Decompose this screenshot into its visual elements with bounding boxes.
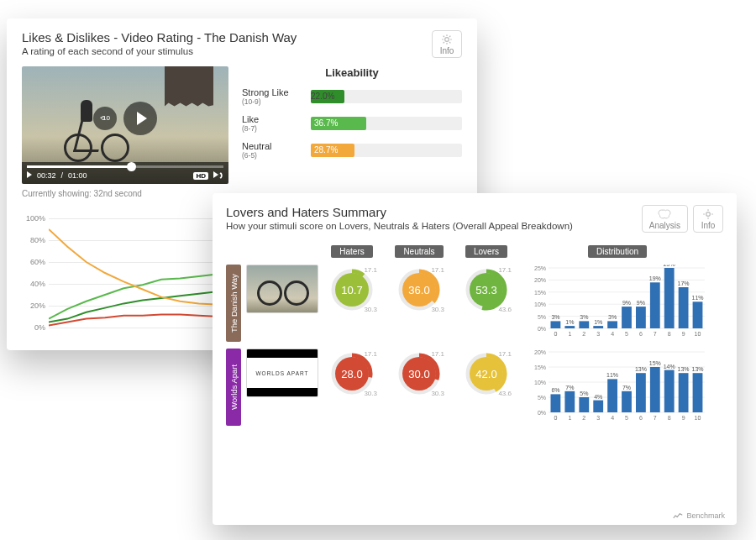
header-distribution: Distribution — [588, 245, 647, 258]
donut-ref-top: 17.1 — [364, 266, 377, 274]
volume-icon[interactable] — [213, 171, 223, 180]
neutrals-cell: 30.017.130.3 — [386, 349, 453, 399]
analysis-button[interactable]: Analysis — [642, 205, 688, 233]
svg-text:0%: 0% — [538, 326, 546, 332]
svg-text:15%: 15% — [649, 360, 661, 366]
svg-text:6: 6 — [639, 415, 643, 421]
video-progress[interactable] — [27, 165, 223, 168]
likeability-bar: 28.7% — [311, 144, 462, 157]
svg-text:9%: 9% — [622, 300, 631, 306]
svg-text:17%: 17% — [678, 280, 690, 286]
haters-cell: 10.717.130.3 — [318, 265, 386, 315]
info-button-label: Info — [701, 221, 716, 230]
svg-rect-93 — [607, 379, 617, 412]
video-progress-thumb[interactable] — [127, 162, 136, 171]
svg-text:10%: 10% — [534, 380, 546, 385]
svg-line-8 — [444, 42, 444, 43]
gear-icon — [439, 34, 454, 45]
rewind-label: 10 — [102, 114, 110, 122]
video-player[interactable]: ⟲ 10 00:32 / 01:00 — [22, 66, 228, 184]
line-chart-y-ticks: 100% 80% 60% 40% 20% 0% — [22, 218, 49, 328]
svg-text:5%: 5% — [538, 395, 546, 401]
play-icon[interactable] — [27, 171, 32, 180]
svg-rect-47 — [622, 307, 632, 328]
svg-text:3%: 3% — [608, 314, 617, 320]
likeability-title: Likeability — [242, 66, 462, 79]
gear-icon — [701, 208, 716, 220]
likeability-value: 28.7% — [314, 144, 338, 157]
svg-text:1: 1 — [568, 331, 571, 337]
donut-gauge: 36.017.130.3 — [397, 268, 441, 312]
donut-gauge: 30.017.130.3 — [397, 352, 441, 396]
distribution-chart: 0%5%10%15%20%25%3%01%13%21%33%49%59%619%… — [525, 265, 711, 342]
svg-rect-81 — [551, 394, 561, 412]
likeability-row: Neutral(6-5)28.7% — [242, 141, 462, 160]
info-button[interactable]: Info — [693, 205, 723, 233]
svg-text:1%: 1% — [594, 319, 602, 325]
svg-text:11%: 11% — [606, 372, 618, 378]
svg-text:4: 4 — [611, 331, 614, 337]
donut-ref-top: 17.1 — [431, 350, 444, 358]
donut-ref-bottom: 43.6 — [498, 390, 512, 397]
video-time-total: 01:00 — [68, 171, 87, 180]
svg-text:4%: 4% — [594, 394, 602, 400]
svg-text:10: 10 — [695, 415, 701, 421]
donut-value: 36.0 — [402, 273, 436, 307]
lovers-cell: 42.017.143.6 — [453, 349, 520, 399]
svg-line-7 — [449, 36, 450, 37]
analysis-button-label: Analysis — [649, 221, 680, 230]
svg-text:5%: 5% — [538, 314, 546, 320]
likeability-bar: 36.7% — [311, 117, 462, 130]
svg-text:2: 2 — [582, 331, 585, 337]
haters-cell: 28.017.130.3 — [318, 349, 386, 399]
thumbnail-caption: WORLDS APART — [247, 370, 318, 376]
svg-rect-59 — [679, 287, 689, 328]
svg-text:2: 2 — [582, 415, 585, 421]
svg-rect-90 — [593, 401, 603, 412]
svg-text:11%: 11% — [691, 295, 703, 301]
svg-text:7%: 7% — [565, 385, 574, 391]
svg-rect-87 — [579, 397, 589, 412]
svg-text:15%: 15% — [534, 364, 546, 370]
neutrals-cell: 36.017.130.3 — [386, 265, 453, 315]
play-button[interactable] — [123, 102, 157, 135]
svg-text:6%: 6% — [551, 387, 559, 393]
svg-line-6 — [449, 42, 450, 43]
svg-text:3: 3 — [596, 415, 600, 421]
likeability-bar: 22.0% — [311, 90, 462, 103]
svg-text:6: 6 — [639, 331, 643, 337]
svg-rect-41 — [593, 326, 603, 328]
svg-rect-99 — [636, 373, 646, 412]
svg-text:9: 9 — [682, 331, 685, 337]
stimulus-thumbnail[interactable]: WORLDS APART — [246, 349, 318, 397]
info-button[interactable]: Info — [432, 30, 462, 58]
svg-text:13%: 13% — [678, 366, 690, 372]
hd-badge: HD — [193, 172, 208, 180]
donut-value: 42.0 — [470, 357, 503, 391]
svg-rect-50 — [636, 307, 646, 328]
svg-text:25%: 25% — [534, 265, 546, 271]
svg-rect-38 — [579, 321, 589, 328]
header-lovers: Lovers — [465, 245, 507, 258]
donut-value: 28.0 — [335, 357, 369, 391]
donut-ref-top: 17.1 — [431, 266, 444, 274]
svg-text:13%: 13% — [635, 366, 647, 372]
svg-text:5%: 5% — [580, 391, 588, 396]
video-progress-fill — [27, 165, 131, 168]
stimulus-thumbnail[interactable] — [246, 265, 318, 313]
video-time-sep: / — [61, 171, 64, 180]
benchmark-legend: Benchmark — [673, 511, 725, 520]
rewind-button[interactable]: ⟲ 10 — [93, 107, 117, 130]
donut-ref-bottom: 30.3 — [431, 390, 444, 397]
svg-text:5: 5 — [625, 415, 628, 421]
panel-title: Lovers and Haters Summary — [226, 205, 573, 219]
donut-ref-bottom: 30.3 — [364, 390, 377, 397]
likeability-label: Strong Like(10-9) — [242, 87, 302, 106]
donut-gauge: 53.317.143.6 — [465, 268, 508, 312]
svg-rect-108 — [679, 373, 689, 412]
donut-ref-top: 17.1 — [498, 350, 512, 358]
svg-text:15%: 15% — [534, 290, 546, 296]
svg-line-5 — [444, 36, 444, 37]
stimulus-label: The Danish Way — [226, 265, 241, 342]
info-button-label: Info — [440, 46, 454, 55]
